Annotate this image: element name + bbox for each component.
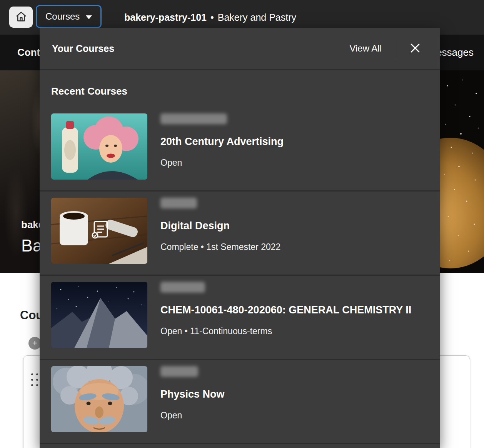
- home-button[interactable]: [9, 7, 33, 28]
- digital-design-course-image: [51, 198, 147, 264]
- breadcrumb-course-name: Bakery and Pastry: [218, 12, 296, 23]
- course-card[interactable]: CHEM-10061-480-202060: GENERAL CHEMISTRY…: [51, 276, 428, 359]
- drag-handle[interactable]: [31, 373, 38, 388]
- panel-title: Your Courses: [52, 43, 349, 54]
- panel-header: Your Courses View All: [40, 28, 440, 70]
- course-title: CHEM-10061-480-202060: GENERAL CHEMISTRY…: [160, 304, 411, 316]
- recent-courses-heading: Recent Courses: [51, 85, 428, 97]
- course-status: Complete • 1st Semester 2022: [160, 242, 280, 252]
- redacted-course-id: [160, 282, 205, 293]
- advertising-course-image: [51, 113, 147, 180]
- breadcrumb-course-id: bakery-pastry-101: [124, 12, 207, 23]
- page: Courses bakery-pastry-101 • Bakery and P…: [0, 0, 484, 448]
- course-status: Open: [160, 158, 182, 168]
- course-title: Physics Now: [160, 388, 225, 400]
- header-divider: [395, 37, 395, 60]
- courses-menu-label: Courses: [45, 11, 80, 22]
- redacted-course-id: [160, 366, 198, 377]
- course-status: Open • 11-Continuous-terms: [160, 326, 272, 336]
- home-icon: [15, 11, 27, 23]
- panel-body: Recent Courses: [40, 85, 440, 444]
- physics-course-image: [51, 366, 147, 432]
- course-card[interactable]: 20th Century Advertising Open: [51, 107, 428, 190]
- close-button[interactable]: [405, 38, 425, 59]
- close-icon: [409, 42, 421, 55]
- breadcrumb-separator: •: [210, 12, 214, 23]
- row-divider: [40, 443, 440, 444]
- course-status: Open: [160, 410, 182, 421]
- view-all-button[interactable]: View All: [349, 41, 382, 56]
- chemistry-course-image: [51, 282, 147, 348]
- course-card[interactable]: Physics Now Open: [51, 360, 428, 443]
- course-title: 20th Century Advertising: [160, 136, 284, 148]
- course-card[interactable]: Digital Design Complete • 1st Semester 2…: [51, 192, 428, 275]
- courses-dropdown-panel: Your Courses View All Recent Courses: [40, 28, 440, 448]
- banner-image-pastry: [440, 70, 484, 273]
- chevron-down-icon: [86, 11, 92, 22]
- redacted-course-id: [160, 198, 197, 208]
- course-title: Digital Design: [160, 220, 230, 232]
- redacted-course-id: [160, 113, 227, 124]
- courses-menu-button[interactable]: Courses: [36, 5, 102, 28]
